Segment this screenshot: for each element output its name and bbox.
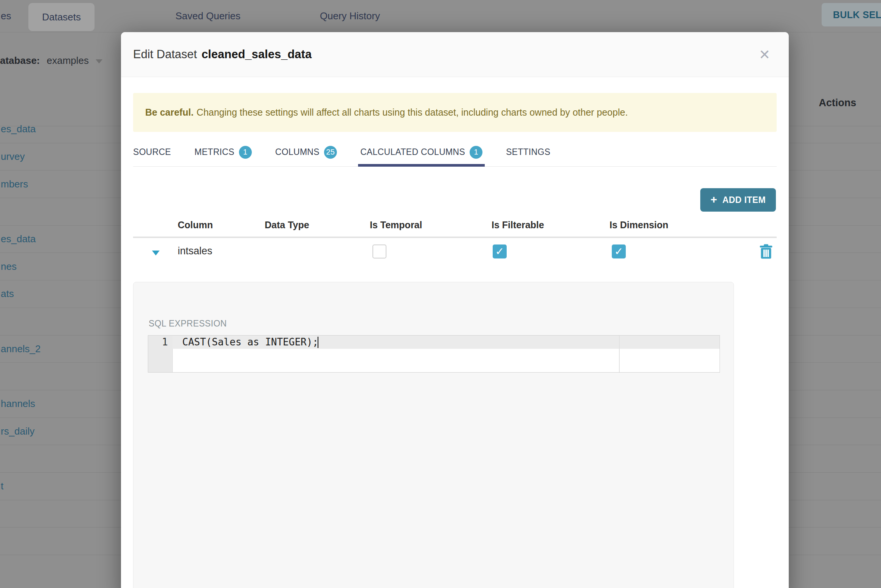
database-filter[interactable]: atabase: examples bbox=[0, 48, 102, 73]
edit-dataset-modal: Edit Dataset cleaned_sales_data ✕ Be car… bbox=[121, 32, 789, 588]
col-header-data-type: Data Type bbox=[265, 220, 309, 231]
tab-source[interactable]: SOURCE bbox=[133, 138, 171, 166]
nav-item-query-history[interactable]: Query History bbox=[320, 0, 380, 32]
is-dimension-checkbox[interactable] bbox=[612, 244, 626, 258]
actions-column-header: Actions bbox=[805, 91, 870, 115]
tab-metrics[interactable]: METRICS 1 bbox=[194, 138, 252, 166]
col-header-is-dimension: Is Dimension bbox=[610, 220, 669, 231]
col-header-is-temporal: Is Temporal bbox=[370, 220, 422, 231]
modal-title-prefix: Edit Dataset bbox=[133, 48, 197, 61]
col-header-is-filterable: Is Filterable bbox=[492, 220, 544, 231]
expand-caret-icon[interactable] bbox=[152, 251, 160, 255]
column-detail-panel: SQL EXPRESSION 1 CAST(Sales as INTEGER);… bbox=[133, 282, 734, 588]
is-temporal-checkbox[interactable] bbox=[372, 244, 386, 258]
plus-icon: + bbox=[710, 194, 717, 205]
tab-calculated-columns[interactable]: CALCULATED COLUMNS 1 bbox=[360, 138, 482, 166]
dataset-link[interactable]: es_data bbox=[0, 123, 36, 135]
dataset-link[interactable]: t bbox=[0, 480, 3, 492]
dataset-link[interactable]: urvey bbox=[0, 151, 25, 162]
tab-columns[interactable]: COLUMNS 25 bbox=[275, 138, 337, 166]
dataset-link[interactable]: nes bbox=[0, 261, 17, 272]
warning-banner: Be careful.Changing these settings will … bbox=[133, 93, 777, 132]
sql-editor[interactable]: 1 CAST(Sales as INTEGER); bbox=[148, 335, 720, 373]
count-badge: 1 bbox=[470, 146, 482, 159]
column-name: intsales bbox=[178, 245, 212, 257]
sql-expression-label: SQL EXPRESSION bbox=[149, 319, 227, 329]
editor-print-margin bbox=[619, 336, 620, 372]
screen: es Datasets Saved Queries Query History … bbox=[0, 0, 881, 588]
add-item-button[interactable]: + ADD ITEM bbox=[700, 188, 776, 212]
tab-label: METRICS bbox=[194, 147, 234, 157]
warning-text: Changing these settings will affect all … bbox=[197, 107, 628, 118]
bulk-select-button[interactable]: BULK SELECT bbox=[822, 3, 881, 26]
dataset-link[interactable]: rs_daily bbox=[0, 426, 35, 437]
modal-title-dataset-name: cleaned_sales_data bbox=[202, 48, 312, 61]
database-value[interactable]: examples bbox=[47, 55, 89, 67]
editor-cursor bbox=[318, 337, 318, 348]
nav-item-fragment[interactable]: es bbox=[1, 0, 11, 32]
tab-label: CALCULATED COLUMNS bbox=[360, 147, 465, 157]
header-underline bbox=[133, 237, 777, 238]
tab-label: COLUMNS bbox=[275, 147, 320, 157]
database-label: atabase: bbox=[0, 55, 40, 67]
delete-icon[interactable] bbox=[759, 244, 773, 259]
warning-bold: Be careful. bbox=[145, 107, 194, 118]
add-item-label: ADD ITEM bbox=[723, 195, 766, 205]
dataset-link[interactable]: es_data bbox=[0, 233, 36, 245]
dataset-link[interactable]: hannels bbox=[0, 398, 35, 410]
dataset-link[interactable]: mbers bbox=[0, 178, 28, 190]
nav-item-datasets[interactable]: Datasets bbox=[28, 3, 95, 31]
modal-title: Edit Dataset cleaned_sales_data bbox=[133, 32, 312, 77]
editor-line-number: 1 bbox=[148, 336, 168, 349]
count-badge: 25 bbox=[324, 146, 337, 159]
chevron-down-icon bbox=[96, 59, 102, 63]
tab-label: SOURCE bbox=[133, 147, 171, 157]
tab-settings[interactable]: SETTINGS bbox=[506, 138, 550, 166]
tab-label: SETTINGS bbox=[506, 147, 550, 157]
close-icon[interactable]: ✕ bbox=[756, 46, 773, 63]
dataset-link[interactable]: annels_2 bbox=[0, 343, 41, 355]
modal-tabs: SOURCE METRICS 1 COLUMNS 25 CALCULATED C… bbox=[133, 138, 777, 167]
editor-code[interactable]: CAST(Sales as INTEGER); bbox=[182, 336, 318, 349]
is-filterable-checkbox[interactable] bbox=[493, 244, 507, 258]
nav-item-saved-queries[interactable]: Saved Queries bbox=[175, 0, 240, 32]
dataset-link[interactable]: ats bbox=[0, 288, 14, 300]
col-header-column: Column bbox=[178, 220, 213, 231]
modal-header: Edit Dataset cleaned_sales_data ✕ bbox=[121, 32, 789, 77]
count-badge: 1 bbox=[239, 146, 252, 159]
